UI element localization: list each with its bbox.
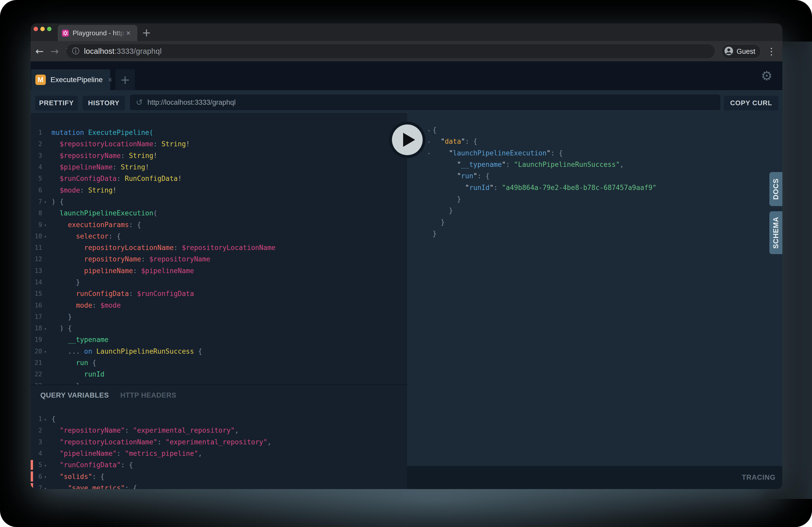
endpoint-input[interactable]: ↺ http://localhost:3333/graphql	[130, 94, 721, 110]
back-button[interactable]: ←	[32, 41, 47, 61]
code-line: 16 mode: $mode	[31, 299, 407, 311]
line-number: 16	[31, 302, 42, 309]
fold-arrow-icon[interactable]: ▾	[425, 150, 433, 156]
query-editor[interactable]: 1mutation ExecutePipeline(2 $repositoryL…	[31, 113, 407, 385]
new-browser-tab-button[interactable]: +	[139, 26, 154, 40]
schema-side-tab[interactable]: SCHEMA	[769, 211, 782, 254]
address-bar[interactable]: ⓘ localhost:3333/graphql	[66, 44, 715, 58]
browser-tab-close-icon[interactable]: ×	[126, 29, 131, 37]
line-number: 11	[31, 244, 42, 251]
code-text: {	[433, 126, 437, 134]
forward-button[interactable]: →	[47, 41, 62, 61]
graphql-favicon-icon	[62, 30, 69, 36]
code-line: 18▾ ) {	[31, 322, 407, 334]
code-line: 2 $repositoryLocationName: String!	[31, 138, 407, 150]
tab-http-headers[interactable]: HTTP HEADERS	[120, 391, 177, 400]
maximize-window-button[interactable]	[47, 27, 52, 31]
fold-gutter	[42, 305, 48, 306]
line-number: 19	[31, 336, 42, 343]
code-line: 22 runId	[31, 368, 407, 380]
fold-arrow-icon[interactable]: ▾	[42, 473, 48, 479]
code-line: 1mutation ExecutePipeline(	[31, 127, 407, 138]
browser-toolbar: ← → ↻ ⓘ localhost:3333/graphql Gue	[31, 41, 782, 61]
fold-gutter	[42, 453, 48, 454]
url-host: localhost	[84, 47, 114, 55]
fold-gutter	[42, 293, 48, 294]
site-info-icon[interactable]: ⓘ	[72, 46, 79, 56]
code-text: }	[433, 207, 453, 214]
code-text: __typename	[52, 336, 108, 344]
fold-gutter	[42, 270, 48, 271]
session-tab-close-icon[interactable]: ×	[108, 76, 112, 84]
graphql-playground: M ExecutePipeline × + ⚙ PRETTIFY HISTORY…	[31, 61, 782, 489]
fold-arrow-icon[interactable]: ▾	[42, 462, 48, 468]
code-line: 4 $pipelineName: String!	[31, 161, 407, 173]
code-line: 5▾ "runConfigData": {	[31, 459, 407, 471]
code-text: }	[433, 230, 437, 238]
code-line: 5 $runConfigData: RunConfigData!	[31, 173, 407, 184]
line-number: 2	[31, 427, 42, 434]
code-text: }	[52, 313, 72, 321]
fold-arrow-icon[interactable]: ▾	[42, 348, 48, 354]
response-json: ▾{▾ "data": {▾ "launchPipelineExecution"…	[407, 124, 782, 466]
line-number: 18	[31, 325, 42, 332]
code-text: selector: {	[52, 232, 121, 240]
profile-button[interactable]: Guest	[722, 44, 761, 59]
endpoint-reset-icon[interactable]: ↺	[136, 97, 143, 107]
fold-arrow-icon[interactable]: ▾	[425, 138, 433, 145]
history-button[interactable]: HISTORY	[83, 96, 125, 110]
code-text: "runConfigData": {	[52, 461, 133, 469]
fold-gutter	[42, 167, 48, 168]
fold-arrow-icon[interactable]: ▾	[42, 416, 48, 422]
code-text: $mode: String!	[52, 186, 117, 194]
fold-arrow-icon[interactable]: ▾	[42, 198, 48, 205]
docs-side-tab[interactable]: DOCS	[769, 172, 782, 206]
copy-curl-button[interactable]: COPY CURL	[724, 96, 779, 110]
code-text: executionParams: {	[52, 221, 141, 229]
settings-gear-icon[interactable]: ⚙	[758, 67, 775, 84]
fold-gutter	[425, 176, 433, 177]
line-number: 8	[31, 209, 42, 217]
code-line: 10▾ selector: {	[31, 230, 407, 242]
fold-gutter	[42, 374, 48, 375]
code-text: }	[52, 382, 80, 385]
code-text: "save_metrics": {	[52, 484, 137, 489]
code-text: $runConfigData: RunConfigData!	[52, 175, 182, 182]
line-number: 10	[31, 232, 42, 240]
code-text: ) {	[52, 324, 72, 332]
session-tab-executepipeline[interactable]: M ExecutePipeline ×	[31, 70, 110, 90]
fold-arrow-icon[interactable]: ▾	[42, 233, 48, 239]
code-line: 12 repositoryName: $repositoryName	[31, 253, 407, 265]
code-text: repositoryLocationName: $repositoryLocat…	[52, 244, 275, 252]
playground-toolbar: PRETTIFY HISTORY ↺ http://localhost:3333…	[31, 90, 782, 113]
prettify-button[interactable]: PRETTIFY	[35, 96, 78, 110]
code-line: 11 repositoryLocationName: $repositoryLo…	[31, 242, 407, 253]
code-text: "solids": {	[52, 473, 104, 481]
variables-pane[interactable]: QUERY VARIABLES HTTP HEADERS 1▾{2 "repos…	[31, 385, 407, 489]
fold-gutter	[425, 164, 433, 165]
code-line: "__typename": "LaunchPipelineRunSuccess"…	[407, 159, 782, 170]
code-text: runId	[52, 370, 104, 378]
fold-arrow-icon[interactable]: ▾	[42, 325, 48, 331]
fold-arrow-icon[interactable]: ▾	[42, 222, 48, 228]
browser-menu-icon[interactable]: ⋮	[766, 44, 777, 58]
new-session-tab-button[interactable]: +	[115, 70, 135, 90]
fold-gutter	[42, 282, 48, 283]
tab-query-variables[interactable]: QUERY VARIABLES	[40, 391, 109, 400]
fold-arrow-icon[interactable]: ▾	[425, 127, 433, 133]
minimize-window-button[interactable]	[40, 27, 45, 31]
line-number: 2	[31, 140, 42, 148]
code-line: }	[407, 216, 782, 228]
code-text: pipelineName: $pipelineName	[52, 267, 194, 275]
code-line: 13 pipelineName: $pipelineName	[31, 265, 407, 276]
response-pane[interactable]: ▾{▾ "data": {▾ "launchPipelineExecution"…	[407, 113, 782, 466]
close-window-button[interactable]	[33, 27, 38, 31]
code-line: 7▾ "save_metrics": {	[31, 482, 407, 489]
execute-button[interactable]	[389, 122, 425, 158]
code-text: "launchPipelineExecution": {	[433, 149, 563, 157]
browser-tab-playground[interactable]: Playground - http://localhost:3 ×	[58, 25, 137, 41]
fold-arrow-icon[interactable]: ▾	[42, 485, 48, 489]
fold-gutter	[425, 187, 433, 188]
tracing-toggle[interactable]: TRACING	[742, 473, 775, 482]
code-line: 23 }	[31, 380, 407, 385]
